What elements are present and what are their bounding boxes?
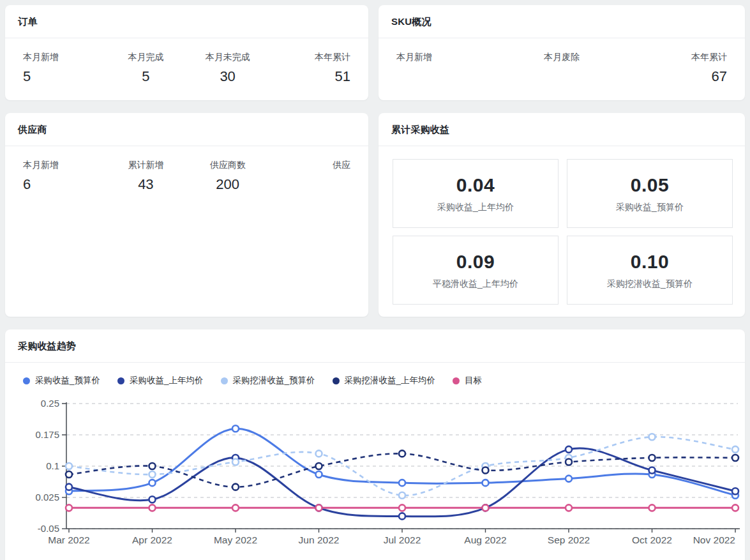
stat-value: 5 [105,68,186,85]
svg-text:Apr 2022: Apr 2022 [132,534,172,545]
tile-label: 采购挖潜收益_预算价 [607,278,693,290]
svg-text:Nov 2022: Nov 2022 [693,534,735,545]
stat-sku-new: 本月新增 [396,52,507,85]
stat-sku-discarded: 本月废除 [507,52,617,85]
cumulative-revenue-tiles: 0.04 采购收益_上年均价 0.05 采购收益_预算价 0.09 平稳滑收益_… [379,146,745,317]
cumulative-revenue-card: 累计采购收益 0.04 采购收益_上年均价 0.05 采购收益_预算价 0.09… [379,113,745,317]
legend-item-4[interactable]: 目标 [453,375,482,386]
svg-text:Oct 2022: Oct 2022 [632,534,672,545]
stat-value: 6 [23,176,105,193]
tile-value: 0.04 [456,174,495,196]
stat-label: 本年累计 [617,52,727,63]
stat-label: 本月新增 [23,160,105,171]
sku-stats: 本月新增 本月废除 本年累计 67 [379,38,745,100]
suppliers-stats: 本月新增 6 累计新增 43 供应商数 200 供应 [5,146,368,208]
stat-value: 30 [187,68,269,85]
svg-text:Sep 2022: Sep 2022 [548,534,590,545]
cumulative-revenue-card-title: 累计采购收益 [379,113,745,146]
svg-text:Mar 2022: Mar 2022 [48,534,89,545]
stat-value [269,176,350,193]
tile-label: 采购收益_预算价 [616,202,684,213]
legend-label: 采购挖潜收益_预算价 [233,375,315,386]
metric-tile-revenue-lastyear-avg: 0.04 采购收益_上年均价 [393,159,559,228]
legend-dot-icon [23,377,30,384]
tile-value: 0.05 [631,174,669,196]
legend-dot-icon [333,377,340,384]
legend-item-3[interactable]: 采购挖潜收益_上年均价 [333,375,436,386]
stat-label: 本月新增 [396,52,507,63]
stat-orders-undone: 本月未完成 30 [187,52,269,85]
line-chart-svg[interactable]: 0.250.1750.10.025-0.05Mar 2022Apr 2022Ma… [19,394,740,560]
stat-orders-new: 本月新增 5 [23,52,105,85]
suppliers-card: 供应商 本月新增 6 累计新增 43 供应商数 200 供应 [5,113,368,317]
stat-label: 累计新增 [105,160,186,171]
row-top: 订单 本月新增 5 本月完成 5 本月未完成 30 本年累计 51 [5,5,745,100]
svg-text:May 2022: May 2022 [214,534,257,545]
trend-chart-card: 采购收益趋势 采购收益_预算价采购收益_上年均价采购挖潜收益_预算价采购挖潜收益… [5,329,745,560]
trend-chart-title: 采购收益趋势 [5,329,745,363]
stat-suppliers-new: 本月新增 6 [23,160,105,193]
stat-sku-year-total: 本年累计 67 [617,52,727,85]
stat-value: 67 [617,68,727,85]
legend-dot-icon [453,377,460,384]
stat-orders-year-total: 本年累计 51 [269,52,350,85]
stat-orders-done: 本月完成 5 [105,52,186,85]
stat-label: 本月废除 [507,52,617,63]
stat-suppliers-truncated: 供应 [269,160,350,193]
stat-value: 200 [187,176,269,193]
svg-text:0.25: 0.25 [41,398,59,409]
legend-label: 采购挖潜收益_上年均价 [345,375,436,386]
legend-dot-icon [221,377,228,384]
chart-legend: 采购收益_预算价采购收益_上年均价采购挖潜收益_预算价采购挖潜收益_上年均价目标 [5,363,745,388]
tile-label: 平稳滑收益_上年均价 [433,278,518,290]
svg-text:Aug 2022: Aug 2022 [464,534,506,545]
stat-label: 供应 [269,160,350,171]
stat-suppliers-count: 供应商数 200 [187,160,269,193]
svg-text:0.025: 0.025 [35,492,59,503]
stat-label: 本月未完成 [187,52,269,63]
stat-value [507,68,617,85]
legend-dot-icon [117,377,124,384]
dashboard: 订单 本月新增 5 本月完成 5 本月未完成 30 本年累计 51 [0,0,750,560]
trend-chart[interactable]: 0.250.1750.10.025-0.05Mar 2022Apr 2022Ma… [5,388,745,560]
stat-label: 本月完成 [105,52,186,63]
svg-text:-0.05: -0.05 [38,523,59,534]
orders-card-title: 订单 [5,5,368,38]
tile-label: 采购收益_上年均价 [437,202,514,213]
stat-value: 43 [105,176,186,193]
svg-text:Jun 2022: Jun 2022 [299,534,340,545]
row-middle: 供应商 本月新增 6 累计新增 43 供应商数 200 供应 [5,113,745,317]
legend-label: 采购收益_预算价 [35,375,100,386]
svg-text:Jul 2022: Jul 2022 [384,534,421,545]
stat-value: 51 [269,68,350,85]
svg-text:0.175: 0.175 [35,429,59,440]
stat-value: 5 [23,68,105,85]
legend-label: 采购收益_上年均价 [130,375,204,386]
metric-tile-smooth-lastyear-avg: 0.09 平稳滑收益_上年均价 [393,236,559,305]
stat-value [396,68,507,85]
stat-label: 本月新增 [23,52,105,63]
stat-suppliers-cumulative-new: 累计新增 43 [105,160,186,193]
sku-card: SKU概况 本月新增 本月废除 本年累计 67 [379,5,745,100]
legend-item-2[interactable]: 采购挖潜收益_预算价 [221,375,315,386]
legend-item-1[interactable]: 采购收益_上年均价 [117,375,204,386]
sku-card-title: SKU概况 [379,5,745,38]
stat-label: 供应商数 [187,160,269,171]
metric-tile-potential-budget: 0.10 采购挖潜收益_预算价 [567,236,733,305]
svg-text:0.1: 0.1 [46,460,59,471]
stat-label: 本年累计 [269,52,350,63]
metric-tile-revenue-budget: 0.05 采购收益_预算价 [567,159,733,228]
suppliers-card-title: 供应商 [5,113,368,146]
tile-value: 0.10 [631,251,669,273]
legend-label: 目标 [465,375,482,386]
orders-card: 订单 本月新增 5 本月完成 5 本月未完成 30 本年累计 51 [5,5,368,100]
tile-value: 0.09 [456,251,495,273]
legend-item-0[interactable]: 采购收益_预算价 [23,375,100,386]
orders-stats: 本月新增 5 本月完成 5 本月未完成 30 本年累计 51 [5,38,368,100]
